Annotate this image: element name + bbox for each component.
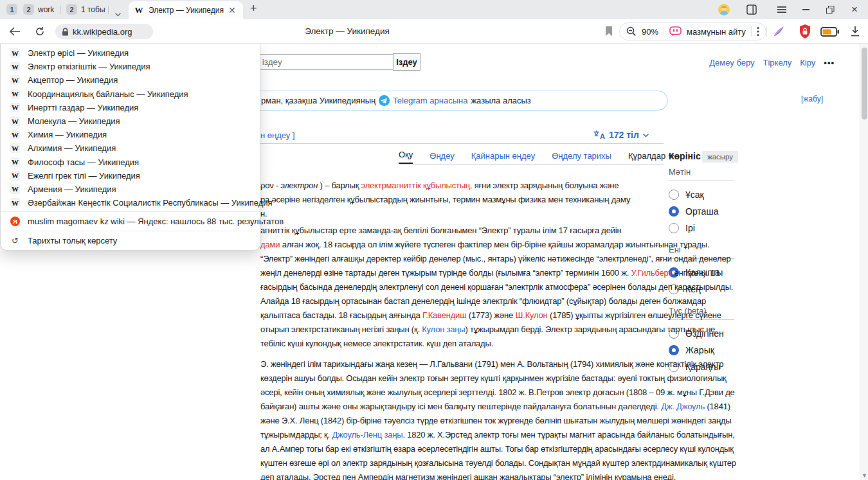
redlink[interactable]: Ш.Кулон	[516, 310, 548, 320]
tab-group-chip[interactable]: 1	[6, 4, 17, 15]
article-tab-қайнарын[interactable]: Қайнарын өңдеу	[471, 151, 535, 164]
battery-indicator[interactable]	[820, 27, 839, 37]
edit-source-bracket: ]	[290, 130, 294, 140]
language-selector[interactable]: A 172 тіл	[593, 130, 649, 140]
article-text-segment: қалыптаса бастады. 18 ғасырдың аяғында	[260, 310, 422, 320]
profile-avatar[interactable]	[716, 0, 732, 19]
suggestion-item[interactable]: WИнертті газдар — Уикипедия	[1, 101, 260, 114]
redlink[interactable]: дами	[260, 240, 280, 249]
read-aloud-icon[interactable]	[669, 26, 682, 37]
banner-close-link[interactable]: [жабу]	[801, 94, 823, 103]
article-link[interactable]: Джоуль-Ленц заңы	[332, 430, 402, 440]
redlink[interactable]: У.Гильберт	[631, 268, 673, 278]
scrollbar-thumb[interactable]	[862, 48, 867, 120]
radio-label: Орташа	[685, 206, 718, 217]
scrollbar[interactable]: ▼	[860, 44, 868, 480]
dropdown-separator	[1, 231, 260, 231]
browser-menu-button[interactable]	[773, 0, 790, 19]
article-tab-оқу[interactable]: Оқу	[399, 150, 413, 164]
suggestion-item[interactable]: WАрмения — Уикипедия	[1, 182, 260, 196]
tab-groups-chevron-icon[interactable]	[114, 8, 122, 19]
article-text-segment: (1841)	[705, 402, 730, 411]
suggestion-item[interactable]: Яmuslim magomaev kz wiki — Яндекс: нашло…	[1, 214, 260, 229]
article-text-segment: ра әсеріне негізделген құбылыстардың жиы…	[260, 195, 630, 204]
suggestion-item[interactable]: WМолекула — Уикипедия	[1, 114, 260, 128]
reload-button[interactable]	[35, 26, 45, 37]
active-tab[interactable]: W Электр — Уикипедия ✕	[129, 1, 243, 19]
suggestion-label: Акцептор — Уикипедия	[28, 75, 118, 85]
wikipedia-favicon-icon: W	[10, 75, 20, 85]
banner-text-before: рман, қазақша Уикипедияның	[261, 96, 375, 105]
tab-group-chip[interactable]: 2work	[23, 4, 54, 15]
wiki-search-button[interactable]: Іздеу	[393, 53, 420, 71]
appearance-section-title: Мәтін	[669, 167, 734, 181]
minimize-button[interactable]	[797, 0, 814, 19]
zoom-level[interactable]: 90%	[642, 27, 658, 37]
suggestion-label: Әзербайжан Кеңестік Социалистік Республи…	[28, 198, 273, 208]
radio-option[interactable]: Орташа	[669, 203, 734, 220]
article-tab-құралдар[interactable]: Құралдар	[628, 151, 674, 164]
suggestion-label: Электр өткізгіштік — Уикипедия	[28, 62, 150, 71]
feather-icon	[772, 24, 786, 39]
wikipedia-favicon-icon: W	[10, 171, 20, 181]
article-text-segment: яғни электр зарядының болуына және	[472, 181, 619, 190]
radio-button[interactable]	[669, 190, 679, 200]
tab-group-chip[interactable]: 21 тобы	[66, 4, 105, 15]
telegram-channel-link[interactable]: Telegram арнасына	[393, 96, 467, 105]
suggestion-item[interactable]: WФилософ тасы — Уикипедия	[1, 156, 260, 169]
address-bar[interactable]: kk.wikipedia.org	[55, 24, 153, 39]
side-panel-button[interactable]	[743, 0, 760, 19]
radio-button-selected[interactable]	[669, 206, 679, 217]
nav-overflow-menu[interactable]: •••	[824, 58, 835, 67]
redlink[interactable]: Г.Кавендиш	[422, 310, 466, 320]
text-line: байқаған) ашты және оны жарықтандыру ісі…	[260, 400, 736, 414]
tab-group-badge: 2	[23, 4, 34, 15]
article-text-segment: байқаған) ашты және оны жарықтандыру ісі…	[260, 402, 661, 411]
extension-feather-button[interactable]	[772, 24, 786, 39]
article-link[interactable]: Кулон заңы	[422, 324, 465, 334]
new-tab-button[interactable]: +	[250, 2, 257, 15]
edit-source-link[interactable]: н өңдеу	[260, 130, 290, 140]
suggestion-item[interactable]: ↺Тарихты толық көрсету	[1, 233, 260, 248]
browser-window: 12work21 тобы W Электр — Уикипедия ✕ + ×	[0, 0, 868, 480]
more-options-icon[interactable]	[757, 26, 759, 37]
wiki-top-nav: Демеу беруТіркелуКіру•••	[709, 58, 835, 67]
adblock-shield-button[interactable]	[799, 24, 811, 39]
article-text-segment: ) – барлық	[318, 181, 361, 190]
zoom-out-icon[interactable]	[626, 26, 637, 37]
downloads-button[interactable]	[850, 26, 860, 37]
tab-close-icon[interactable]: ✕	[228, 6, 236, 15]
suggestion-item[interactable]: WЭлектр өрісі — Уикипедия	[1, 46, 260, 60]
scrollbar-down-arrow[interactable]: ▼	[861, 472, 868, 479]
text-line: тебіліс күші кулондық немесе электрстати…	[260, 337, 733, 351]
back-button[interactable]	[9, 27, 21, 36]
suggestion-item[interactable]: WХимия — Уикипедия	[1, 128, 260, 141]
article-tab-өңделу[interactable]: Өңделу тарихы	[552, 151, 611, 164]
article-text-segment: ал А.Ампер тогы бар екі өткізгіштің өзар…	[260, 444, 734, 454]
nav-link[interactable]: Кіру	[800, 58, 815, 67]
suggestion-item[interactable]: WКоординациялық байланыс — Уикипедия	[1, 87, 260, 101]
article-link[interactable]: Дж. Джоуль	[661, 402, 705, 411]
suggestion-item[interactable]: WЭлектр өткізгіштік — Уикипедия	[1, 60, 260, 73]
restore-button[interactable]	[822, 0, 838, 19]
radio-option[interactable]: Ұсақ	[669, 186, 734, 203]
nav-link[interactable]: Демеу беру	[709, 58, 754, 67]
redlink[interactable]: электрмагниттік құбылыстың,	[361, 181, 473, 190]
bookmark-button[interactable]	[605, 26, 613, 36]
read-aloud-label[interactable]: мазмұнын айту	[687, 27, 746, 37]
tab-title: Электр — Уикипедия	[149, 6, 224, 15]
article-tabs-divider	[399, 164, 664, 165]
suggestion-label: Алхимия — Уикипедия	[28, 143, 116, 153]
article-text-segment: ғасырдың басында денелердің электрленуі …	[260, 282, 733, 292]
suggestion-item[interactable]: WЕжелгі грек тілі — Уикипедия	[1, 169, 260, 182]
minimize-icon	[802, 9, 809, 10]
hide-button[interactable]: жасыру	[702, 151, 738, 163]
suggestion-item[interactable]: WӘзербайжан Кеңестік Социалистік Республ…	[1, 196, 260, 209]
suggestion-item[interactable]: WАлхимия — Уикипедия	[1, 141, 260, 155]
suggestion-item[interactable]: WАкцептор — Уикипедия	[1, 73, 260, 87]
article-tab-өңдеу[interactable]: Өңдеу	[429, 151, 454, 164]
close-window-button[interactable]: ×	[846, 0, 863, 19]
wikipedia-favicon-icon: W	[10, 143, 20, 153]
nav-link[interactable]: Тіркелу	[763, 58, 792, 67]
dropdown-separator	[1, 211, 260, 212]
